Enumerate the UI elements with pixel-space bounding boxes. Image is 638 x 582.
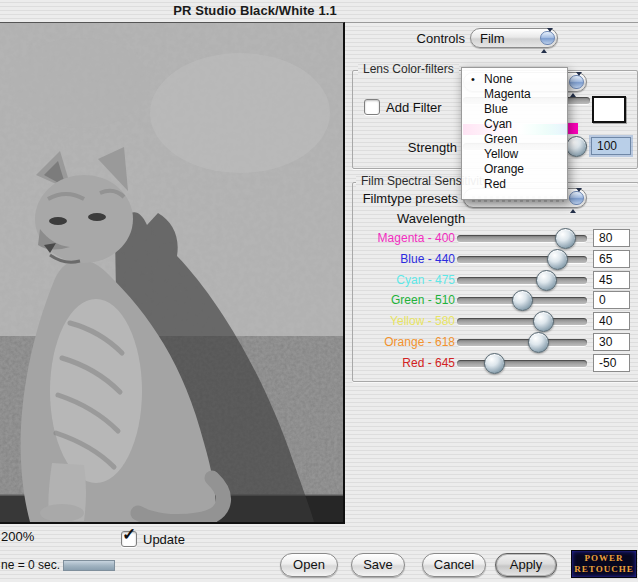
strength-value-field[interactable]: 100 <box>591 137 631 155</box>
save-button[interactable]: Save <box>351 553 405 577</box>
wavelength-slider-track[interactable] <box>457 360 587 367</box>
wavelength-row-label: Green - 510 <box>352 293 455 307</box>
popup-arrows-icon <box>540 31 555 45</box>
add-filter-checkbox[interactable]: ✓ <box>364 99 380 115</box>
wavelength-row-label: Cyan - 475 <box>352 273 455 287</box>
wavelength-slider-knob[interactable] <box>484 353 505 374</box>
wavelength-slider-knob[interactable] <box>528 332 549 353</box>
wavelength-slider-track[interactable] <box>457 339 587 346</box>
logo-line2: RETOUCHE <box>572 564 636 575</box>
filter-menu-item-none[interactable]: •None <box>462 72 567 87</box>
checkmark-icon: ✓ <box>122 524 136 545</box>
wavelength-value-field[interactable]: 80 <box>593 229 630 247</box>
image-preview <box>0 22 345 524</box>
wavelength-row-label: Red - 645 <box>352 356 455 370</box>
strength-slider-knob[interactable] <box>566 136 587 157</box>
wavelength-slider-track[interactable] <box>457 318 587 325</box>
wavelength-value-field[interactable]: -50 <box>593 354 630 372</box>
wavelength-value-field[interactable]: 45 <box>593 271 630 289</box>
filter-menu-item-green[interactable]: Green <box>462 132 567 147</box>
plugin-window: PR Studio Black/White 1.1 <box>0 0 638 582</box>
filter-menu-item-yellow[interactable]: Yellow <box>462 147 567 162</box>
controls-select-value: Film <box>480 31 505 46</box>
wavelength-value-field[interactable]: 30 <box>593 333 630 351</box>
popup-arrows-icon <box>569 75 584 89</box>
wavelength-row-label: Yellow - 580 <box>352 314 455 328</box>
add-filter-label: Add Filter <box>386 100 442 115</box>
wavelength-value-field[interactable]: 0 <box>593 291 630 309</box>
controls-select[interactable]: Film <box>470 28 558 48</box>
popup-arrows-icon <box>569 191 584 205</box>
strength-label: Strength <box>377 140 457 155</box>
wavelength-slider-knob[interactable] <box>536 270 557 291</box>
title-bar: PR Studio Black/White 1.1 <box>0 0 638 23</box>
wavelength-slider-row: Blue - 44065 <box>352 249 636 270</box>
controls-label: Controls <box>385 31 465 46</box>
filter-menu-item-blue[interactable]: Blue <box>462 102 567 117</box>
open-button[interactable]: Open <box>280 553 338 577</box>
wavelength-slider-row: Green - 5100 <box>352 290 636 311</box>
wavelength-value-field[interactable]: 40 <box>593 312 630 330</box>
update-checkbox[interactable]: ✓ <box>121 531 137 547</box>
progress-bar <box>63 560 115 571</box>
lens-color-filters-group-label: Lens Color-filters <box>358 63 459 76</box>
logo-line1: POWER <box>572 553 636 564</box>
wavelength-slider-knob[interactable] <box>533 311 554 332</box>
render-time-label: ne = 0 sec. <box>1 558 60 572</box>
wavelength-row-label: Blue - 440 <box>352 252 455 266</box>
lens-filter-menu: •NoneMagentaBlueCyanGreenYellowOrangeRed <box>461 67 568 200</box>
wavelength-row-label: Orange - 618 <box>352 335 455 349</box>
cancel-button[interactable]: Cancel <box>422 553 486 577</box>
filter-color-swatch[interactable] <box>592 96 626 123</box>
window-title: PR Studio Black/White 1.1 <box>115 3 395 18</box>
filter-menu-item-cyan[interactable]: Cyan <box>462 117 567 132</box>
wavelength-label: Wavelength <box>397 211 465 226</box>
wavelength-slider-row: Orange - 61830 <box>352 332 636 353</box>
cat-photo-illustration <box>0 23 343 522</box>
zoom-level-label: 200% <box>1 529 34 544</box>
filter-menu-item-red[interactable]: Red <box>462 177 567 192</box>
wavelength-slider-knob[interactable] <box>512 290 533 311</box>
power-retouche-logo: POWER RETOUCHE <box>571 550 637 578</box>
selected-item-marker-icon: • <box>471 72 475 87</box>
update-label: Update <box>143 532 185 547</box>
wavelength-slider-row: Magenta - 40080 <box>352 228 636 249</box>
filmtype-presets-label: Filmtype presets <box>358 191 458 206</box>
wavelength-slider-row: Red - 645-50 <box>352 353 636 374</box>
wavelength-slider-row: Cyan - 47545 <box>352 270 636 291</box>
wavelength-slider-knob[interactable] <box>555 228 576 249</box>
filter-menu-item-magenta[interactable]: Magenta <box>462 87 567 102</box>
filter-menu-item-orange[interactable]: Orange <box>462 162 567 177</box>
wavelength-slider-knob[interactable] <box>547 249 568 270</box>
wavelength-slider-row: Yellow - 58040 <box>352 311 636 332</box>
wavelength-row-label: Magenta - 400 <box>352 231 455 245</box>
wavelength-value-field[interactable]: 65 <box>593 250 630 268</box>
wavelength-slider-track[interactable] <box>457 277 587 284</box>
apply-button[interactable]: Apply <box>495 553 557 577</box>
